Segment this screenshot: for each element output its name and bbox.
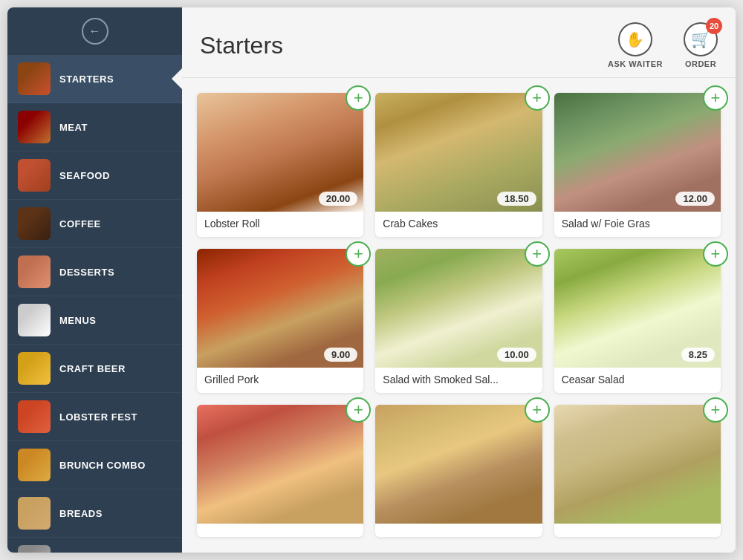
sidebar-item-meat[interactable]: MEAT xyxy=(7,103,182,152)
add-button-crab-cakes[interactable]: + xyxy=(525,85,550,111)
food-name-grilled-pork: Grilled Pork xyxy=(204,374,356,385)
header-actions: ✋ ASK WAITER 🛒 20 ORDER xyxy=(608,22,718,68)
food-card-body-crab-cakes: Crab Cakes xyxy=(375,212,542,237)
price-badge-ceasar-salad: 8.25 xyxy=(681,348,715,362)
add-button-smoked-sal[interactable]: + xyxy=(525,241,550,267)
food-card-body-shrimp-dish xyxy=(197,524,363,537)
order-label: ORDER xyxy=(685,59,716,68)
food-card-salad-foie-gras[interactable]: 12.00+Salad w/ Foie Gras xyxy=(554,93,721,237)
page-title: Starters xyxy=(200,32,283,59)
price-badge-lobster-roll: 20.00 xyxy=(319,192,358,206)
sidebar: ← STARTERSMEATSEAFOODCOFFEEDESSERTSMENUS… xyxy=(7,7,182,553)
sidebar-label-seafood: SEAFOOD xyxy=(59,170,110,181)
sidebar-thumb-coffee xyxy=(18,207,51,240)
ask-waiter-icon: ✋ xyxy=(618,22,652,56)
food-card-shrimp-dish[interactable]: + xyxy=(197,405,363,537)
add-button-lobster-roll[interactable]: + xyxy=(345,85,371,111)
add-button-ceasar-salad[interactable]: + xyxy=(703,241,728,267)
food-name-ceasar-salad: Ceasar Salad xyxy=(562,374,713,385)
order-badge: 20 xyxy=(706,18,722,34)
sidebar-thumb-menus xyxy=(18,304,51,336)
food-image-crab-cakes: 18.50 xyxy=(375,93,542,212)
sidebar-label-lobster-fest: LOBSTER FEST xyxy=(59,411,137,423)
food-image-shrimp-dish xyxy=(197,405,363,524)
sidebar-thumb-meat xyxy=(18,111,51,143)
sidebar-back-area: ← xyxy=(7,7,182,55)
price-badge-crab-cakes: 18.50 xyxy=(497,192,536,206)
order-button[interactable]: 🛒 20 ORDER xyxy=(684,22,718,68)
sidebar-label-breads: BREADS xyxy=(59,508,103,519)
food-grid: 20.00+Lobster Roll18.50+Crab Cakes12.00+… xyxy=(182,78,736,553)
sidebar-thumb-desserts xyxy=(18,255,51,288)
food-card-body-casserole xyxy=(375,524,542,537)
sidebar-item-craft-beer[interactable]: CRAFT BEER xyxy=(7,345,182,393)
main-content: Starters ✋ ASK WAITER 🛒 20 ORDER 20. xyxy=(182,7,736,553)
food-card-lobster-roll[interactable]: 20.00+Lobster Roll xyxy=(197,93,363,237)
food-card-ceasar-salad[interactable]: 8.25+Ceasar Salad xyxy=(554,249,721,393)
food-card-body-lobster-roll: Lobster Roll xyxy=(197,212,363,237)
main-header: Starters ✋ ASK WAITER 🛒 20 ORDER xyxy=(182,7,736,78)
sidebar-thumb-breads xyxy=(18,497,51,530)
food-image-smoked-sal: 10.00 xyxy=(375,249,542,368)
add-button-spring-rolls[interactable]: + xyxy=(703,397,728,423)
sidebar-thumb-starters xyxy=(18,62,51,95)
food-name-smoked-sal: Salad with Smoked Sal... xyxy=(383,374,534,385)
sidebar-label-brunch-combo: BRUNCH COMBO xyxy=(59,460,146,471)
ask-waiter-label: ASK WAITER xyxy=(608,59,663,68)
add-button-salad-foie-gras[interactable]: + xyxy=(703,85,728,111)
sidebar-thumb-craft-beer xyxy=(18,352,51,385)
sidebar-label-menus: MENUS xyxy=(59,315,96,326)
sidebar-items-container: STARTERSMEATSEAFOODCOFFEEDESSERTSMENUSCR… xyxy=(7,55,182,553)
food-name-crab-cakes: Crab Cakes xyxy=(383,218,534,229)
sidebar-label-starters: STARTERS xyxy=(59,74,114,85)
food-card-smoked-sal[interactable]: 10.00+Salad with Smoked Sal... xyxy=(375,249,542,393)
price-badge-smoked-sal: 10.00 xyxy=(497,348,536,362)
food-card-body-salad-foie-gras: Salad w/ Foie Gras xyxy=(554,212,721,237)
ask-waiter-button[interactable]: ✋ ASK WAITER xyxy=(608,22,663,68)
food-card-casserole[interactable]: + xyxy=(375,405,542,537)
price-badge-grilled-pork: 9.00 xyxy=(324,348,357,362)
sidebar-item-starters[interactable]: STARTERS xyxy=(7,55,182,103)
sidebar-item-lobster-fest[interactable]: LOBSTER FEST xyxy=(7,393,182,441)
food-image-salad-foie-gras: 12.00 xyxy=(554,93,721,212)
food-name-salad-foie-gras: Salad w/ Foie Gras xyxy=(562,218,713,229)
sidebar-thumb-gluten-free xyxy=(18,545,51,553)
food-card-body-smoked-sal: Salad with Smoked Sal... xyxy=(375,368,542,393)
food-card-body-spring-rolls xyxy=(554,524,721,537)
sidebar-thumb-seafood xyxy=(18,159,51,192)
sidebar-item-desserts[interactable]: DESSERTS xyxy=(7,248,182,296)
food-card-body-grilled-pork: Grilled Pork xyxy=(197,368,363,393)
sidebar-item-coffee[interactable]: COFFEE xyxy=(7,200,182,248)
add-button-grilled-pork[interactable]: + xyxy=(345,241,371,267)
food-card-spring-rolls[interactable]: + xyxy=(554,405,721,537)
food-card-crab-cakes[interactable]: 18.50+Crab Cakes xyxy=(375,93,542,237)
app-container: ← STARTERSMEATSEAFOODCOFFEEDESSERTSMENUS… xyxy=(7,7,736,553)
food-name-lobster-roll: Lobster Roll xyxy=(204,218,356,229)
sidebar-label-craft-beer: CRAFT BEER xyxy=(59,363,126,374)
add-button-casserole[interactable]: + xyxy=(525,397,550,423)
food-image-grilled-pork: 9.00 xyxy=(197,249,363,368)
food-image-spring-rolls xyxy=(554,405,721,524)
sidebar-thumb-brunch-combo xyxy=(18,449,51,481)
price-badge-salad-foie-gras: 12.00 xyxy=(675,192,715,206)
sidebar-label-desserts: DESSERTS xyxy=(59,267,114,278)
sidebar-item-gluten-free[interactable]: GLUTEN FREE xyxy=(7,538,182,553)
sidebar-item-brunch-combo[interactable]: BRUNCH COMBO xyxy=(7,441,182,489)
food-card-body-ceasar-salad: Ceasar Salad xyxy=(554,368,721,393)
food-image-lobster-roll: 20.00 xyxy=(197,93,363,212)
food-image-casserole xyxy=(375,405,542,524)
sidebar-label-coffee: COFFEE xyxy=(59,218,101,229)
sidebar-thumb-lobster-fest xyxy=(18,400,51,433)
add-button-shrimp-dish[interactable]: + xyxy=(345,397,371,423)
sidebar-label-meat: MEAT xyxy=(59,122,88,133)
sidebar-item-seafood[interactable]: SEAFOOD xyxy=(7,152,182,200)
back-button[interactable]: ← xyxy=(82,18,108,45)
food-card-grilled-pork[interactable]: 9.00+Grilled Pork xyxy=(197,249,363,393)
sidebar-item-menus[interactable]: MENUS xyxy=(7,296,182,345)
food-image-ceasar-salad: 8.25 xyxy=(554,249,721,368)
sidebar-item-breads[interactable]: BREADS xyxy=(7,489,182,538)
